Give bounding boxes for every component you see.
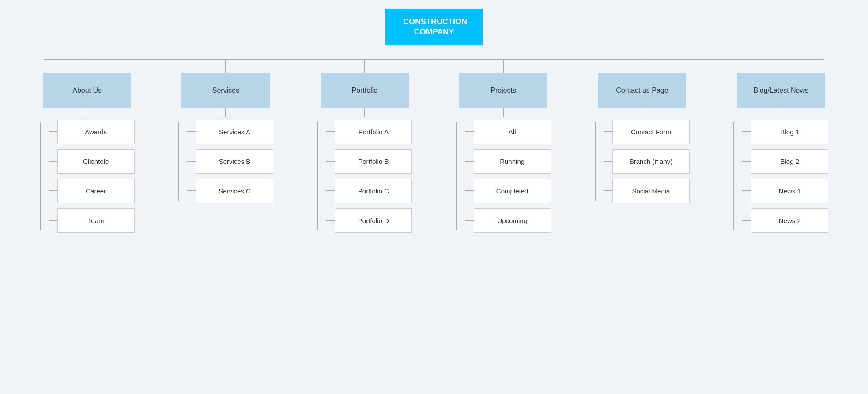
child-item-wrapper: Team xyxy=(49,208,135,233)
child-item-wrapper: Running xyxy=(465,149,551,174)
child-h-line xyxy=(326,161,335,162)
child-h-line xyxy=(465,220,474,221)
child-item-wrapper: Branch (if any) xyxy=(604,149,690,174)
branch-header-contact-us-page: Contact us Page xyxy=(598,73,686,108)
child-node-portfolio-2[interactable]: Portfolio C xyxy=(335,179,412,203)
child-node-about-us-1[interactable]: Clientele xyxy=(57,149,135,174)
child-node-services-1[interactable]: Services B xyxy=(196,149,273,174)
child-item-wrapper: Portfolio B xyxy=(326,149,412,174)
child-h-line xyxy=(465,190,474,191)
child-item-wrapper: Services C xyxy=(187,179,273,203)
child-node-projects-2[interactable]: Completed xyxy=(474,179,551,203)
root-connector xyxy=(434,45,434,59)
child-h-line xyxy=(742,131,751,132)
branch-v-connector xyxy=(781,60,781,73)
branch-v-connector xyxy=(364,60,365,73)
child-item-wrapper: Blog 2 xyxy=(742,149,828,174)
children-group-contact-us-page: Contact FormBranch (if any)Social Media xyxy=(595,117,690,206)
children-group-projects: AllRunningCompletedUpcoming xyxy=(456,117,551,235)
child-h-line xyxy=(49,161,57,162)
child-item-wrapper: Contact Form xyxy=(604,120,690,144)
org-chart: CONSTRUCTIONCOMPANY About UsAwardsClient… xyxy=(9,9,859,235)
child-node-blog-latest-news-0[interactable]: Blog 1 xyxy=(751,120,828,144)
child-node-blog-latest-news-2[interactable]: News 1 xyxy=(751,179,828,203)
branch-projects: ProjectsAllRunningCompletedUpcoming xyxy=(434,60,573,235)
child-node-blog-latest-news-1[interactable]: Blog 2 xyxy=(751,149,828,174)
branch-services: ServicesServices AServices BServices C xyxy=(156,60,295,206)
child-node-about-us-0[interactable]: Awards xyxy=(57,120,135,144)
child-item-wrapper: All xyxy=(465,120,551,144)
branch-portfolio: PortfolioPortfolio APortfolio BPortfolio… xyxy=(295,60,434,235)
children-connector xyxy=(503,108,504,117)
child-h-line xyxy=(465,131,474,132)
branch-header-blog-latest-news: Blog/Latest News xyxy=(737,73,825,108)
children-group-blog-latest-news: Blog 1Blog 2News 1News 2 xyxy=(733,117,828,235)
child-h-line xyxy=(326,190,335,191)
child-item-wrapper: Career xyxy=(49,179,135,203)
child-item-wrapper: Awards xyxy=(49,120,135,144)
child-h-line xyxy=(326,131,335,132)
branches-row: About UsAwardsClienteleCareerTeamService… xyxy=(9,60,859,235)
child-item-wrapper: Social Media xyxy=(604,179,690,203)
child-node-portfolio-1[interactable]: Portfolio B xyxy=(335,149,412,174)
child-node-about-us-2[interactable]: Career xyxy=(57,179,135,203)
child-node-contact-us-page-1[interactable]: Branch (if any) xyxy=(612,149,690,174)
child-node-portfolio-0[interactable]: Portfolio A xyxy=(335,120,412,144)
child-node-services-0[interactable]: Services A xyxy=(196,120,273,144)
child-item-wrapper: Services B xyxy=(187,149,273,174)
child-item-wrapper: Blog 1 xyxy=(742,120,828,144)
child-item-wrapper: Completed xyxy=(465,179,551,203)
child-h-line xyxy=(187,190,196,191)
branch-v-connector xyxy=(642,60,642,73)
child-node-contact-us-page-0[interactable]: Contact Form xyxy=(612,120,690,144)
children-connector xyxy=(364,108,365,117)
child-node-blog-latest-news-3[interactable]: News 2 xyxy=(751,208,828,233)
child-h-line xyxy=(326,220,335,221)
root-node: CONSTRUCTIONCOMPANY xyxy=(385,9,483,45)
children-connector xyxy=(225,108,226,117)
children-connector xyxy=(87,108,87,117)
branch-v-connector xyxy=(503,60,504,73)
child-item-wrapper: Portfolio A xyxy=(326,120,412,144)
child-h-line xyxy=(604,131,612,132)
child-node-about-us-3[interactable]: Team xyxy=(57,208,135,233)
child-h-line xyxy=(187,161,196,162)
branch-header-services: Services xyxy=(181,73,270,108)
child-item-wrapper: Services A xyxy=(187,120,273,144)
child-h-line xyxy=(49,190,57,191)
branch-v-connector xyxy=(225,60,226,73)
branch-header-projects: Projects xyxy=(459,73,547,108)
child-h-line xyxy=(742,161,751,162)
children-group-about-us: AwardsClienteleCareerTeam xyxy=(40,117,135,235)
child-item-wrapper: Clientele xyxy=(49,149,135,174)
child-h-line xyxy=(604,190,612,191)
child-item-wrapper: News 2 xyxy=(742,208,828,233)
children-connector xyxy=(642,108,642,117)
branch-blog-latest-news: Blog/Latest NewsBlog 1Blog 2News 1News 2 xyxy=(712,60,850,235)
child-item-wrapper: Portfolio C xyxy=(326,179,412,203)
child-item-wrapper: Portfolio D xyxy=(326,208,412,233)
child-h-line xyxy=(465,161,474,162)
child-h-line xyxy=(49,131,57,132)
child-node-contact-us-page-2[interactable]: Social Media xyxy=(612,179,690,203)
root-label: CONSTRUCTIONCOMPANY xyxy=(403,17,467,36)
child-node-portfolio-3[interactable]: Portfolio D xyxy=(335,208,412,233)
child-item-wrapper: News 1 xyxy=(742,179,828,203)
child-node-services-2[interactable]: Services C xyxy=(196,179,273,203)
branch-header-portfolio: Portfolio xyxy=(321,73,409,108)
child-item-wrapper: Upcoming xyxy=(465,208,551,233)
child-h-line xyxy=(742,220,751,221)
children-connector xyxy=(781,108,781,117)
child-h-line xyxy=(49,220,57,221)
child-h-line xyxy=(187,131,196,132)
children-group-portfolio: Portfolio APortfolio BPortfolio CPortfol… xyxy=(317,117,412,235)
child-h-line xyxy=(604,161,612,162)
branch-v-connector xyxy=(87,60,87,73)
child-h-line xyxy=(742,190,751,191)
child-node-projects-3[interactable]: Upcoming xyxy=(474,208,551,233)
child-node-projects-0[interactable]: All xyxy=(474,120,551,144)
child-node-projects-1[interactable]: Running xyxy=(474,149,551,174)
children-group-services: Services AServices BServices C xyxy=(178,117,273,206)
branch-header-about-us: About Us xyxy=(43,73,131,108)
branch-contact-us-page: Contact us PageContact FormBranch (if an… xyxy=(573,60,711,206)
